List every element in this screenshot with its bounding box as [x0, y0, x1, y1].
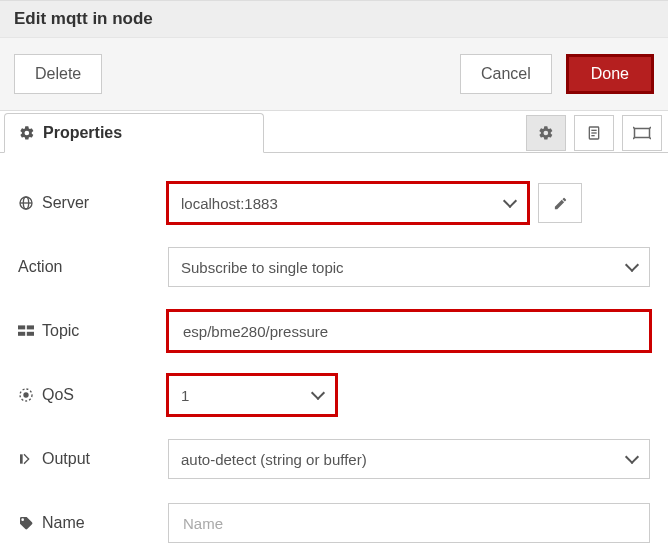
output-icon	[18, 451, 34, 467]
tab-properties-label: Properties	[43, 124, 122, 142]
tab-properties[interactable]: Properties	[4, 113, 264, 153]
dialog-toolbar: Delete Cancel Done	[0, 37, 668, 111]
row-topic: Topic	[18, 311, 650, 351]
delete-button[interactable]: Delete	[14, 54, 102, 94]
topic-input-text[interactable]	[181, 312, 637, 350]
pencil-icon	[553, 196, 568, 211]
svg-rect-15	[27, 332, 34, 336]
gear-icon	[19, 125, 35, 141]
settings-tab-button[interactable]	[526, 115, 566, 151]
svg-point-17	[24, 393, 28, 397]
document-icon	[586, 125, 602, 141]
name-input-text[interactable]	[181, 504, 637, 542]
dialog-title: Edit mqtt in node	[0, 0, 668, 37]
row-qos: QoS 1	[18, 375, 650, 415]
row-output: Output auto-detect (string or buffer)	[18, 439, 650, 479]
action-label: Action	[18, 258, 62, 276]
svg-rect-4	[635, 129, 650, 138]
qos-label: QoS	[42, 386, 74, 404]
output-select[interactable]: auto-detect (string or buffer)	[168, 439, 650, 479]
globe-icon	[18, 195, 34, 211]
properties-form: Server localhost:1883 Action Subscribe t…	[0, 153, 668, 551]
server-label: Server	[42, 194, 89, 212]
appearance-icon	[633, 125, 651, 141]
svg-rect-13	[27, 325, 34, 329]
edit-server-button[interactable]	[538, 183, 582, 223]
description-tab-button[interactable]	[574, 115, 614, 151]
row-name: Name	[18, 503, 650, 543]
topic-icon	[18, 324, 34, 338]
svg-line-8	[650, 138, 652, 140]
cancel-button[interactable]: Cancel	[460, 54, 552, 94]
tag-icon	[18, 515, 34, 531]
topic-input[interactable]	[168, 311, 650, 351]
row-action: Action Subscribe to single topic	[18, 247, 650, 287]
svg-rect-14	[18, 332, 25, 336]
qos-value: 1	[181, 387, 189, 404]
qos-icon	[18, 387, 34, 403]
name-label: Name	[42, 514, 85, 532]
output-label: Output	[42, 450, 90, 468]
svg-line-6	[650, 127, 652, 129]
topic-label: Topic	[42, 322, 79, 340]
done-button[interactable]: Done	[566, 54, 654, 94]
server-value: localhost:1883	[181, 195, 278, 212]
output-value: auto-detect (string or buffer)	[181, 451, 367, 468]
qos-select[interactable]: 1	[168, 375, 336, 415]
name-input[interactable]	[168, 503, 650, 543]
gear-icon	[538, 125, 554, 141]
svg-rect-18	[20, 454, 23, 463]
server-select[interactable]: localhost:1883	[168, 183, 528, 223]
tab-bar: Properties	[0, 111, 668, 153]
action-select[interactable]: Subscribe to single topic	[168, 247, 650, 287]
svg-rect-12	[18, 325, 25, 329]
appearance-tab-button[interactable]	[622, 115, 662, 151]
action-value: Subscribe to single topic	[181, 259, 344, 276]
svg-line-5	[633, 127, 635, 129]
svg-line-7	[633, 138, 635, 140]
row-server: Server localhost:1883	[18, 183, 650, 223]
